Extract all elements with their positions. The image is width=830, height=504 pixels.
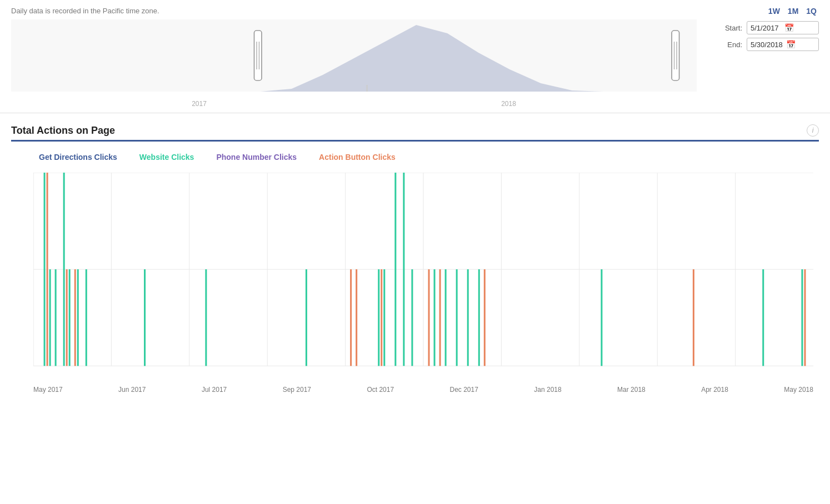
- x-label-jan2018: Jan 2018: [534, 386, 561, 394]
- start-label: Start:: [723, 24, 742, 32]
- info-icon[interactable]: i: [807, 124, 819, 137]
- btn-1m[interactable]: 1M: [786, 6, 801, 17]
- legend-directions: Get Directions Clicks: [39, 153, 117, 162]
- legend-action: Action Button Clicks: [319, 153, 396, 162]
- minimap-svg: [11, 19, 697, 97]
- top-section: Daily data is recorded in the Pacific ti…: [0, 0, 830, 113]
- end-date-value: 5/30/2018: [751, 41, 783, 49]
- legend-row: Get Directions Clicks Website Clicks Pho…: [11, 153, 819, 162]
- start-date-row: Start: 5/1/2017 📅: [723, 21, 819, 34]
- end-date-input[interactable]: 5/30/2018 📅: [747, 38, 819, 51]
- minimap-area: 2017 2018: [11, 19, 697, 108]
- legend-website: Website Clicks: [139, 153, 194, 162]
- chart-title: Total Actions on Page: [11, 125, 115, 137]
- chart-title-row: Total Actions on Page i: [11, 124, 819, 142]
- x-label-sep2017: Sep 2017: [283, 386, 311, 394]
- svg-rect-8: [366, 85, 367, 92]
- x-label-may2018: May 2018: [784, 386, 813, 394]
- minimap-year-2018: 2018: [501, 100, 516, 108]
- end-label: End:: [723, 41, 742, 49]
- chart-area: 2 1 0: [33, 173, 813, 384]
- btn-1w[interactable]: 1W: [766, 6, 782, 17]
- time-controls: 1W 1M 1Q Start: 5/1/2017 📅 End: 5/30/201…: [723, 6, 819, 54]
- time-range-buttons: 1W 1M 1Q: [766, 6, 819, 17]
- svg-rect-5: [672, 31, 679, 80]
- end-date-row: End: 5/30/2018 📅: [723, 38, 819, 51]
- chart-section: Total Actions on Page i Get Directions C…: [0, 113, 830, 399]
- start-calendar-icon[interactable]: 📅: [784, 23, 815, 32]
- x-label-dec2017: Dec 2017: [450, 386, 478, 394]
- svg-rect-2: [254, 31, 262, 80]
- chart-svg: 2 1 0: [33, 173, 813, 384]
- x-axis-labels: May 2017 Jun 2017 Jul 2017 Sep 2017 Oct …: [33, 386, 813, 394]
- minimap-year-2017: 2017: [192, 100, 207, 108]
- start-date-input[interactable]: 5/1/2017 📅: [747, 21, 819, 34]
- end-calendar-icon[interactable]: 📅: [786, 40, 815, 49]
- x-label-mar2018: Mar 2018: [617, 386, 646, 394]
- x-label-apr2018: Apr 2018: [701, 386, 728, 394]
- btn-1q[interactable]: 1Q: [804, 6, 819, 17]
- x-label-may2017: May 2017: [33, 386, 63, 394]
- timezone-note: Daily data is recorded in the Pacific ti…: [11, 7, 819, 15]
- start-date-value: 5/1/2017: [751, 24, 781, 32]
- x-label-jun2017: Jun 2017: [118, 386, 146, 394]
- legend-phone: Phone Number Clicks: [216, 153, 297, 162]
- minimap-labels: 2017 2018: [11, 100, 697, 108]
- x-label-jul2017: Jul 2017: [202, 386, 227, 394]
- x-label-oct2017: Oct 2017: [367, 386, 394, 394]
